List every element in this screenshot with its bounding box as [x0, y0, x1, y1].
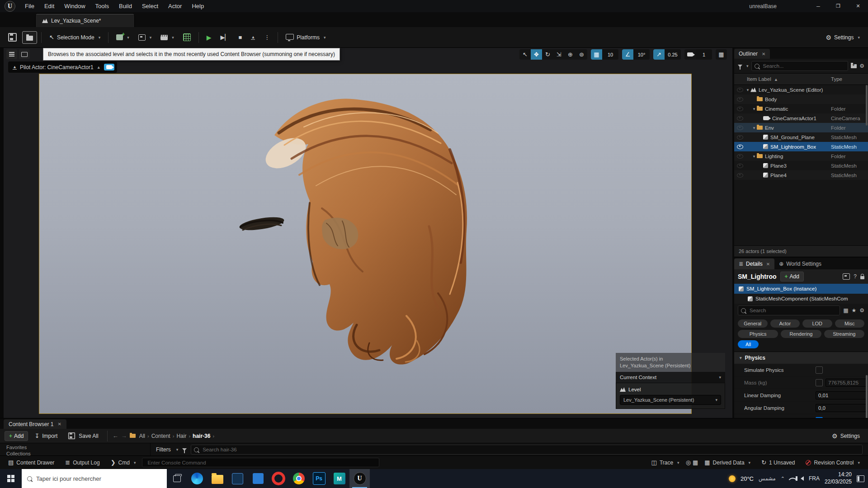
menu-item-window[interactable]: Window	[59, 0, 90, 12]
windows-search[interactable]: Taper ici pour rechercher	[22, 469, 167, 488]
add-component-button[interactable]: +Add	[780, 272, 804, 282]
collapse-icon[interactable]: ▲	[97, 65, 101, 70]
outliner-row[interactable]: CineCameraActor1CineCamera	[734, 113, 868, 123]
breadcrumb-item[interactable]: Hair	[175, 433, 187, 439]
breadcrumb-item[interactable]: hair-36	[192, 433, 211, 439]
new-folder-icon[interactable]	[851, 64, 857, 68]
property-input[interactable]	[816, 404, 868, 412]
favorites-star-icon[interactable]: ★	[851, 307, 856, 314]
angle-snap-control[interactable]: ∠ 10°	[622, 49, 650, 60]
eject-button[interactable]: ▲	[247, 33, 259, 42]
details-scrollbar[interactable]	[866, 375, 868, 418]
camera-speed-control[interactable]: 1	[684, 49, 712, 60]
expander-icon[interactable]: ▾	[745, 88, 750, 92]
outliner-row[interactable]: Body	[734, 94, 868, 104]
unsaved-button[interactable]: ↻ 1 Unsaved	[757, 458, 799, 468]
viewport-menu-button[interactable]	[6, 49, 17, 59]
current-context-header[interactable]: Current Context ▾	[616, 372, 725, 383]
filter-funnel-icon[interactable]	[738, 65, 742, 67]
platforms-dropdown[interactable]: Platforms ▾	[282, 32, 329, 43]
item-label-column[interactable]: Item Label ▲	[747, 76, 831, 82]
unreal-logo-icon[interactable]: U	[5, 1, 15, 12]
display-filter-icon[interactable]: ▦	[843, 307, 848, 314]
property-input[interactable]	[826, 379, 868, 387]
scale-tool-icon[interactable]: ⇲	[553, 49, 565, 60]
convert-blueprint-icon[interactable]	[843, 273, 850, 280]
chrome-icon[interactable]	[288, 469, 309, 488]
edge-icon[interactable]	[187, 469, 207, 488]
outliner-search[interactable]	[751, 61, 849, 71]
viewport-render-area[interactable]	[39, 74, 692, 414]
details-settings-icon[interactable]: ⚙	[859, 307, 864, 314]
start-button[interactable]	[0, 469, 22, 488]
expander-icon[interactable]: ▾	[751, 126, 757, 130]
menu-item-tools[interactable]: Tools	[90, 0, 114, 12]
outliner-row[interactable]: SM_Lightroom_BoxStaticMesh	[734, 142, 868, 151]
visibility-eye-icon[interactable]	[737, 126, 743, 130]
move-tool-icon[interactable]: ✥	[531, 49, 542, 60]
output-log-button[interactable]: ≣ Output Log	[61, 458, 104, 468]
property-input[interactable]	[816, 391, 868, 399]
cinematics-button[interactable]: ▾	[157, 32, 178, 43]
import-button[interactable]: ↧ Import	[31, 430, 61, 442]
camera-speed-icon[interactable]	[684, 49, 696, 60]
outliner-tab[interactable]: Outliner ✕	[734, 49, 770, 59]
path-folder-icon[interactable]	[130, 434, 136, 438]
visibility-eye-icon[interactable]	[737, 154, 743, 159]
category-filter-lod[interactable]: LOD	[802, 319, 832, 328]
close-button[interactable]: ✕	[848, 0, 868, 12]
outliner-row[interactable]: ▾LightingFolder	[734, 151, 868, 161]
lock-icon[interactable]	[860, 276, 864, 279]
outliner-row[interactable]: Plane4StaticMesh	[734, 170, 868, 180]
frame-skip-button[interactable]: ▶▏	[217, 31, 233, 43]
filter-funnel-icon[interactable]	[182, 448, 187, 451]
target-icon[interactable]: ◎	[686, 459, 691, 466]
scale-snap-control[interactable]: ↗ 0.25	[653, 49, 681, 60]
outliner-search-input[interactable]	[762, 63, 845, 69]
clock[interactable]: 14:20 22/03/2025	[825, 471, 852, 485]
stop-button[interactable]: ■	[235, 31, 246, 43]
category-filter-actor[interactable]: Actor	[770, 319, 800, 328]
cb-add-button[interactable]: +Add	[5, 431, 28, 441]
back-icon[interactable]: ←	[113, 432, 118, 439]
filters-label[interactable]: Filters	[156, 446, 171, 453]
stop-piloting-icon[interactable]: ▲	[13, 65, 17, 70]
blueprints-button[interactable]: ▾	[135, 32, 156, 43]
language-indicator[interactable]: FRA	[809, 475, 820, 482]
derived-data-dropdown[interactable]: ▦ Derived Data ▾	[700, 458, 755, 468]
menu-item-file[interactable]: File	[20, 0, 39, 12]
visibility-eye-icon[interactable]	[737, 164, 743, 168]
revision-control-button[interactable]: Revision Control ▾	[801, 458, 864, 468]
weather-description[interactable]: مشمس	[759, 475, 776, 482]
close-icon[interactable]: ✕	[57, 422, 61, 427]
menu-item-build[interactable]: Build	[114, 0, 137, 12]
maya-icon[interactable]: M	[329, 469, 349, 488]
select-tool-icon[interactable]: ↖	[519, 49, 531, 60]
visibility-eye-icon[interactable]	[737, 116, 743, 121]
expander-icon[interactable]: ▾	[751, 107, 757, 111]
visibility-eye-icon[interactable]	[737, 145, 743, 149]
visibility-eye-icon[interactable]	[737, 173, 743, 178]
outliner-column-header[interactable]: Item Label ▲ Type	[734, 73, 868, 85]
favorites-label[interactable]: Favorites	[6, 444, 150, 450]
tab-world-settings[interactable]: ⊕ World Settings	[774, 258, 826, 269]
grid-snap-value[interactable]: 10	[602, 49, 618, 60]
category-filter-general[interactable]: General	[738, 319, 768, 328]
save-all-button[interactable]: Save All	[64, 429, 102, 443]
trace-button[interactable]: ◫ Trace ▾	[647, 458, 684, 468]
photoshop-icon[interactable]: Ps	[309, 469, 329, 488]
notification-center-icon[interactable]	[857, 475, 864, 482]
close-icon[interactable]: ✕	[762, 52, 765, 56]
selection-mode-dropdown[interactable]: ↖ Selection Mode ▾	[46, 31, 104, 43]
viewport-layout-icon[interactable]: ▦	[716, 49, 727, 60]
menu-item-edit[interactable]: Edit	[39, 0, 59, 12]
environment-button[interactable]	[179, 31, 194, 44]
camera-view-toggle[interactable]	[104, 64, 114, 70]
console-command-input[interactable]	[146, 460, 375, 466]
category-filter-physics[interactable]: Physics	[738, 330, 778, 338]
help-icon[interactable]: ?	[854, 273, 857, 280]
scale-snap-icon[interactable]: ↗	[653, 49, 665, 60]
outliner-scrollbar[interactable]	[866, 85, 868, 126]
play-options-button[interactable]: ⋮	[260, 31, 274, 43]
scale-snap-value[interactable]: 0.25	[665, 49, 681, 60]
